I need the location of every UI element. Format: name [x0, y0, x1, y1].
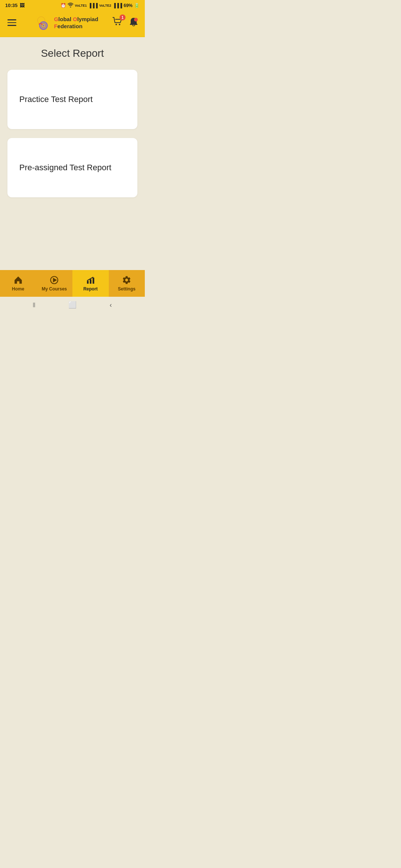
svg-point-13: [115, 24, 117, 25]
logo-area: Global Olympiad Federation: [32, 13, 98, 32]
status-left: 10:35 🖼: [5, 3, 25, 8]
nav-report-label: Report: [83, 286, 98, 292]
logo-icon: [32, 13, 51, 32]
svg-line-3: [48, 20, 49, 21]
preassigned-test-label: Pre-assigned Test Report: [19, 163, 111, 172]
nav-report[interactable]: Report: [72, 270, 109, 297]
bottom-nav: Home My Courses Report Settings: [0, 270, 145, 297]
time: 10:35: [5, 3, 17, 8]
svg-point-15: [134, 18, 138, 22]
nav-settings-label: Settings: [118, 286, 136, 292]
page-content: Select Report Practice Test Report Pre-a…: [0, 37, 145, 270]
nav-my-courses-label: My Courses: [42, 286, 67, 292]
android-back[interactable]: ‹: [107, 301, 114, 309]
practice-test-report-card[interactable]: Practice Test Report: [7, 70, 137, 129]
cart-badge: 1: [120, 14, 125, 20]
battery: 69%: [124, 3, 133, 8]
alarm-icon: ⏰: [61, 3, 66, 8]
nav-home[interactable]: Home: [0, 270, 36, 297]
hamburger-menu[interactable]: [6, 18, 18, 27]
svg-rect-20: [92, 278, 94, 284]
svg-point-0: [70, 7, 71, 8]
navbar: Global Olympiad Federation 1: [0, 10, 145, 37]
lte2: VoLTE2: [99, 4, 111, 7]
notification-bell[interactable]: [128, 17, 139, 29]
brand-text: Global Olympiad Federation: [54, 16, 98, 30]
android-nav: ⦀ ⬜ ‹: [0, 297, 145, 313]
cart-button[interactable]: 1: [112, 17, 123, 29]
battery-icon: 🔋: [134, 3, 140, 8]
svg-rect-19: [90, 279, 91, 284]
svg-line-5: [36, 15, 37, 17]
signal1: ▐▐▐: [88, 3, 98, 8]
android-recent[interactable]: ⦀: [30, 301, 38, 309]
nav-right: 1: [112, 17, 139, 29]
svg-line-2: [45, 15, 46, 17]
page-title: Select Report: [41, 47, 104, 59]
android-home[interactable]: ⬜: [69, 301, 76, 309]
preassigned-test-report-card[interactable]: Pre-assigned Test Report: [7, 138, 137, 197]
photo-icon: 🖼: [20, 3, 25, 8]
nav-settings[interactable]: Settings: [109, 270, 145, 297]
lte1: VoLTE1: [75, 4, 87, 7]
nav-home-label: Home: [12, 286, 24, 292]
svg-rect-18: [87, 281, 88, 284]
wifi-icon: [68, 2, 74, 9]
svg-point-14: [119, 24, 120, 25]
svg-line-6: [33, 20, 35, 21]
svg-point-11: [43, 25, 45, 27]
nav-my-courses[interactable]: My Courses: [36, 270, 73, 297]
svg-marker-17: [53, 279, 56, 282]
practice-test-label: Practice Test Report: [19, 95, 93, 104]
signal2: ▐▐▐: [113, 3, 122, 8]
status-right: ⏰ VoLTE1 ▐▐▐ VoLTE2 ▐▐▐ 69% 🔋: [61, 2, 140, 9]
status-bar: 10:35 🖼 ⏰ VoLTE1 ▐▐▐ VoLTE2 ▐▐▐ 69% 🔋: [0, 0, 145, 10]
